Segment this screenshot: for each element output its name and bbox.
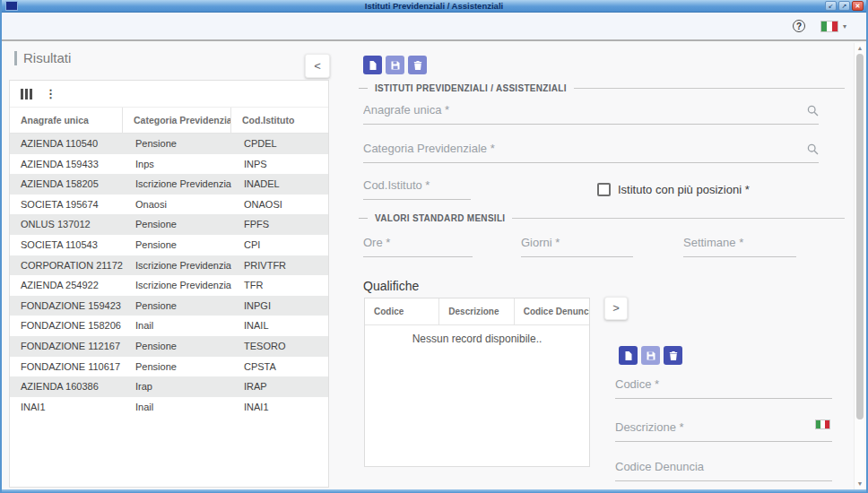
table-row[interactable]: AZIENDA 159433 Inps INPS — [10, 154, 328, 175]
cell-codice: INAI1 — [231, 397, 328, 418]
collapse-panel-button[interactable]: < — [305, 54, 330, 78]
qualifiche-column-header[interactable]: Codice Denuncia — [515, 298, 589, 324]
qualifica-delete-button[interactable] — [664, 346, 682, 365]
trash-icon — [412, 60, 423, 71]
trash-icon — [668, 350, 679, 361]
cell-categoria: Iscrizione Previdenziale — [123, 255, 231, 276]
window-bottom-border — [2, 489, 866, 493]
section-valori-label: VALORI STANDARD MENSILI — [375, 213, 505, 223]
search-icon[interactable] — [807, 104, 819, 120]
cell-categoria: Onaosi — [123, 195, 231, 215]
cell-anagrafe: INAI1 — [10, 397, 123, 418]
settimane-field — [683, 232, 796, 257]
cell-codice: CPSTA — [231, 357, 328, 377]
cell-codice: TFR — [231, 275, 328, 296]
results-table-header: Anagrafe unicaCategoria PrevidenzialeCod… — [10, 108, 328, 134]
search-icon[interactable] — [807, 143, 819, 159]
codice-denuncia-input[interactable] — [615, 456, 832, 481]
qualifica-save-button[interactable] — [641, 346, 660, 365]
cell-categoria: Pensione — [123, 235, 231, 255]
cell-categoria: Inps — [123, 154, 231, 175]
results-column-header[interactable]: Categoria Previdenziale — [123, 108, 231, 133]
document-icon — [368, 60, 378, 71]
delete-button[interactable] — [408, 56, 427, 74]
table-row[interactable]: SOCIETA 110543 Pensione CPI — [10, 235, 328, 255]
maximize-button[interactable]: ↗ — [838, 1, 850, 11]
qualifiche-empty-text: Nessun record disponibile.. — [365, 333, 589, 345]
titlebar: Istituti Previdenziali / Assistenziali ↙… — [2, 0, 866, 13]
cell-codice: TESORO — [231, 336, 328, 357]
anagrafe-unica-input[interactable] — [363, 99, 819, 125]
cell-anagrafe: ONLUS 137012 — [10, 214, 123, 235]
table-row[interactable]: CORPORATION 211728 Iscrizione Previdenzi… — [10, 255, 328, 276]
table-row[interactable]: SOCIETA 195674 Onaosi ONAOSI — [10, 195, 328, 215]
expand-panel-button[interactable]: > — [604, 297, 628, 320]
save-button[interactable] — [386, 56, 404, 74]
cell-anagrafe: FONDAZIONE 110617 — [10, 357, 123, 377]
qualifiche-table-header: CodiceDescrizioneCodice Denuncia — [365, 298, 589, 325]
scroll-up-icon[interactable]: ▲ — [855, 43, 865, 54]
help-icon[interactable]: ? — [793, 20, 805, 32]
cell-codice: CPDEL — [231, 134, 328, 154]
table-row[interactable]: FONDAZIONE 112167 Pensione TESORO — [10, 336, 328, 357]
title-accent-bar — [14, 51, 17, 65]
chevron-down-icon: ▾ — [843, 22, 846, 30]
descrizione-input[interactable] — [615, 417, 832, 442]
vertical-scrollbar[interactable]: ▲ ▼ — [854, 43, 864, 489]
results-table-body: AZIENDA 110540 Pensione CPDEL AZIENDA 15… — [10, 134, 328, 417]
columns-icon[interactable] — [21, 89, 32, 99]
minimize-button[interactable]: ↙ — [825, 1, 837, 11]
cell-categoria: Irap — [123, 376, 231, 397]
cell-codice: ONAOSI — [231, 195, 328, 215]
cod-istituto-input[interactable] — [363, 175, 471, 200]
table-row[interactable]: FONDAZIONE 110617 Pensione CPSTA — [10, 357, 328, 377]
qualifica-new-button[interactable] — [619, 346, 638, 365]
new-record-button[interactable] — [363, 56, 382, 74]
cell-codice: PRIVTFR — [231, 255, 328, 276]
results-column-header[interactable]: Cod.Istituto — [231, 108, 328, 133]
cell-categoria: Pensione — [123, 357, 231, 377]
cell-anagrafe: FONDAZIONE 159423 — [10, 296, 123, 316]
settimane-input[interactable] — [683, 232, 796, 257]
codice-input[interactable] — [615, 374, 832, 399]
cell-categoria: Iscrizione Previdenziale — [123, 275, 231, 296]
qualifiche-column-header[interactable]: Descrizione — [439, 298, 514, 324]
checkbox-icon[interactable] — [597, 183, 611, 196]
categoria-previdenziale-input[interactable] — [363, 138, 819, 163]
floppy-save-icon — [646, 350, 656, 361]
checkbox-label: Istituto con più posizioni * — [618, 183, 750, 196]
qualifiche-title: Qualifiche — [363, 279, 419, 293]
table-row[interactable]: AZIENDA 110540 Pensione CPDEL — [10, 134, 328, 154]
table-row[interactable]: AZIENDA 254922 Iscrizione Previdenziale … — [10, 275, 328, 296]
istituto-piu-posizioni-checkbox-row[interactable]: Istituto con più posizioni * — [597, 183, 750, 196]
table-row[interactable]: FONDAZIONE 159423 Pensione INPGI — [10, 296, 328, 316]
ore-input[interactable] — [363, 232, 473, 257]
codice-field — [615, 374, 832, 399]
qualifiche-column-header[interactable]: Codice — [365, 298, 439, 324]
section-istituti: ISTITUTI PREVIDENZIALI / ASSISTENZIALI — [359, 83, 845, 93]
cell-codice: FPFS — [231, 214, 328, 235]
kebab-menu-icon[interactable]: ⋮ — [45, 87, 56, 100]
scroll-down-icon[interactable]: ▼ — [855, 479, 865, 489]
results-table-card: ⋮ Anagrafe unicaCategoria PrevidenzialeC… — [9, 80, 329, 488]
language-selector[interactable]: ▾ — [820, 21, 846, 32]
qualifiche-table-card: CodiceDescrizioneCodice Denuncia Nessun … — [364, 298, 590, 467]
table-row[interactable]: AZIENDA 158205 Iscrizione Previdenziale … — [10, 174, 328, 195]
table-row[interactable]: INAI1 Inail INAI1 — [10, 397, 328, 418]
floppy-save-icon — [390, 60, 401, 71]
results-column-header[interactable]: Anagrafe unica — [10, 108, 123, 133]
cell-anagrafe: FONDAZIONE 112167 — [10, 336, 123, 357]
giorni-input[interactable] — [521, 232, 633, 257]
cell-codice: CPI — [231, 235, 328, 255]
cell-codice: INPS — [231, 154, 328, 175]
results-title-label: Risultati — [23, 50, 71, 65]
cell-anagrafe: AZIENDA 159433 — [10, 154, 123, 175]
close-button[interactable]: ✕ — [852, 1, 864, 11]
cell-codice: INADEL — [231, 174, 328, 195]
table-row[interactable]: AZIENDA 160386 Irap IRAP — [10, 376, 328, 397]
codice-denuncia-field — [615, 456, 832, 481]
scrollbar-thumb[interactable] — [856, 54, 864, 419]
table-row[interactable]: ONLUS 137012 Pensione FPFS — [10, 214, 328, 235]
cell-categoria: Pensione — [123, 134, 231, 154]
table-row[interactable]: FONDAZIONE 158206 Inail INAIL — [10, 316, 328, 336]
